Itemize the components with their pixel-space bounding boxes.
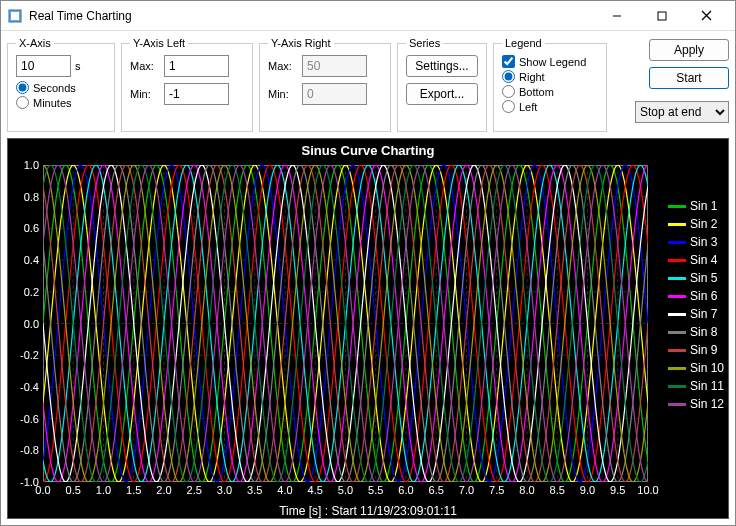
legend-item: Sin 9 xyxy=(668,343,724,357)
legend-item: Sin 10 xyxy=(668,361,724,375)
legend-left-radio[interactable]: Left xyxy=(502,100,598,113)
series-export-button[interactable]: Export... xyxy=(406,83,478,105)
legend-swatch xyxy=(668,205,686,208)
yright-group: Y-Axis Right Max: Min: xyxy=(259,37,391,132)
plot-svg xyxy=(43,165,648,482)
legend-item: Sin 3 xyxy=(668,235,724,249)
yright-max-label: Max: xyxy=(268,60,298,72)
xaxis-seconds-radio[interactable]: Seconds xyxy=(16,81,106,94)
legend-item: Sin 4 xyxy=(668,253,724,267)
svg-rect-3 xyxy=(658,12,666,20)
yleft-min-input[interactable] xyxy=(164,83,229,105)
app-icon xyxy=(7,8,23,24)
legend-heading: Legend xyxy=(502,37,545,49)
apply-button[interactable]: Apply xyxy=(649,39,729,61)
legend-label: Sin 2 xyxy=(690,217,717,231)
controls-row: X-Axis s Seconds Minutes Y-Axis Left Max… xyxy=(7,37,729,132)
legend-right-radio[interactable]: Right xyxy=(502,70,598,83)
legend-label: Sin 10 xyxy=(690,361,724,375)
legend-item: Sin 11 xyxy=(668,379,724,393)
yright-max-input xyxy=(302,55,367,77)
legend-label: Sin 6 xyxy=(690,289,717,303)
legend-swatch xyxy=(668,277,686,280)
yright-min-label: Min: xyxy=(268,88,298,100)
y-tick: 0.0 xyxy=(24,318,39,330)
y-tick: -0.4 xyxy=(20,381,39,393)
xaxis-heading: X-Axis xyxy=(16,37,54,49)
legend-item: Sin 6 xyxy=(668,289,724,303)
legend-item: Sin 5 xyxy=(668,271,724,285)
legend-swatch xyxy=(668,403,686,406)
show-legend-checkbox[interactable]: Show Legend xyxy=(502,55,598,68)
x-tick: 5.0 xyxy=(338,484,353,496)
y-tick: 0.4 xyxy=(24,254,39,266)
yleft-min-label: Min: xyxy=(130,88,160,100)
legend-bottom-radio[interactable]: Bottom xyxy=(502,85,598,98)
x-tick: 2.5 xyxy=(187,484,202,496)
maximize-button[interactable] xyxy=(639,2,684,30)
chart-legend: Sin 1Sin 2Sin 3Sin 4Sin 5Sin 6Sin 7Sin 8… xyxy=(668,199,724,411)
x-tick: 0.0 xyxy=(35,484,50,496)
legend-label: Sin 1 xyxy=(690,199,717,213)
x-tick: 4.5 xyxy=(308,484,323,496)
x-axis-ticks: 0.00.51.01.52.02.53.03.54.04.55.05.56.06… xyxy=(43,484,648,500)
yleft-group: Y-Axis Left Max: Min: xyxy=(121,37,253,132)
legend-swatch xyxy=(668,331,686,334)
x-tick: 3.5 xyxy=(247,484,262,496)
legend-swatch xyxy=(668,367,686,370)
y-axis-ticks: 1.00.80.60.40.20.0-0.2-0.4-0.6-0.8-1.0 xyxy=(8,165,41,482)
x-tick: 9.5 xyxy=(610,484,625,496)
start-button[interactable]: Start xyxy=(649,67,729,89)
minimize-button[interactable] xyxy=(594,2,639,30)
xaxis-value-input[interactable] xyxy=(16,55,71,77)
y-tick: -0.8 xyxy=(20,444,39,456)
xaxis-unit: s xyxy=(75,60,81,72)
mode-combo[interactable]: Stop at end xyxy=(635,101,729,123)
series-heading: Series xyxy=(406,37,443,49)
x-tick: 10.0 xyxy=(637,484,658,496)
x-tick: 1.5 xyxy=(126,484,141,496)
legend-item: Sin 12 xyxy=(668,397,724,411)
legend-swatch xyxy=(668,385,686,388)
legend-item: Sin 7 xyxy=(668,307,724,321)
x-tick: 0.5 xyxy=(66,484,81,496)
series-settings-button[interactable]: Settings... xyxy=(406,55,478,77)
yright-min-input xyxy=(302,83,367,105)
close-button[interactable] xyxy=(684,2,729,30)
chart-xlabel: Time [s] : Start 11/19/23:09:01:11 xyxy=(8,504,728,518)
legend-swatch xyxy=(668,223,686,226)
legend-label: Sin 7 xyxy=(690,307,717,321)
window-title: Real Time Charting xyxy=(29,9,594,23)
legend-label: Sin 4 xyxy=(690,253,717,267)
legend-label: Sin 5 xyxy=(690,271,717,285)
window: Real Time Charting X-Axis s Seconds Minu… xyxy=(0,0,736,526)
titlebar: Real Time Charting xyxy=(1,1,735,31)
yleft-max-input[interactable] xyxy=(164,55,229,77)
y-tick: 1.0 xyxy=(24,159,39,171)
legend-label: Sin 3 xyxy=(690,235,717,249)
yleft-max-label: Max: xyxy=(130,60,160,72)
y-tick: 0.8 xyxy=(24,191,39,203)
x-tick: 2.0 xyxy=(156,484,171,496)
legend-group: Legend Show Legend Right Bottom Left xyxy=(493,37,607,132)
plot-region xyxy=(43,165,648,482)
x-tick: 8.5 xyxy=(550,484,565,496)
xaxis-minutes-radio[interactable]: Minutes xyxy=(16,96,106,109)
window-buttons xyxy=(594,2,729,30)
x-tick: 7.0 xyxy=(459,484,474,496)
x-tick: 1.0 xyxy=(96,484,111,496)
legend-swatch xyxy=(668,295,686,298)
actions-column: Apply Start Stop at end xyxy=(613,37,729,123)
y-tick: -0.2 xyxy=(20,349,39,361)
series-group: Series Settings... Export... xyxy=(397,37,487,132)
legend-item: Sin 2 xyxy=(668,217,724,231)
chart-area: Sinus Curve Charting 1.00.80.60.40.20.0-… xyxy=(7,138,729,519)
y-tick: 0.2 xyxy=(24,286,39,298)
legend-swatch xyxy=(668,259,686,262)
x-tick: 7.5 xyxy=(489,484,504,496)
y-tick: -0.6 xyxy=(20,413,39,425)
yright-heading: Y-Axis Right xyxy=(268,37,334,49)
x-tick: 9.0 xyxy=(580,484,595,496)
legend-label: Sin 11 xyxy=(690,379,724,393)
xaxis-group: X-Axis s Seconds Minutes xyxy=(7,37,115,132)
